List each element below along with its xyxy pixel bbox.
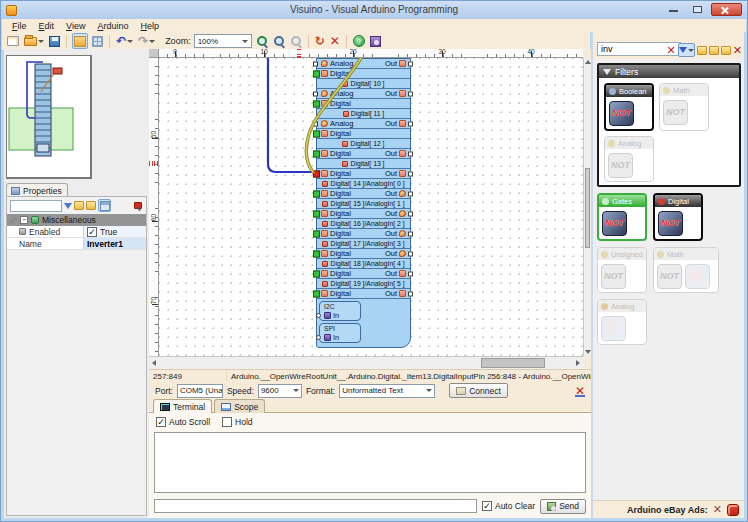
- collapse-categories-icon[interactable]: [721, 46, 731, 55]
- vertical-scrollbar[interactable]: [583, 58, 591, 356]
- property-group-row[interactable]: − Miscellaneous: [7, 214, 146, 226]
- undo-dropdown-icon[interactable]: [127, 40, 133, 43]
- category-card-gates[interactable]: GatesNOT: [597, 193, 647, 241]
- menu-file[interactable]: File: [6, 21, 33, 31]
- green-pin[interactable]: [313, 150, 320, 157]
- property-row-name[interactable]: Name Inverter1: [7, 238, 146, 250]
- categorized-view-icon[interactable]: [98, 199, 111, 212]
- enabled-value-cell[interactable]: True: [83, 226, 146, 237]
- toggle-toolbox-button[interactable]: [72, 33, 88, 49]
- property-row-enabled[interactable]: Enabled True: [7, 226, 146, 238]
- overview-navigator[interactable]: [6, 55, 92, 179]
- component-icon[interactable]: [601, 316, 626, 341]
- not-component-icon[interactable]: NOT: [657, 264, 682, 289]
- category-card-math[interactable]: MathNOT: [659, 83, 709, 131]
- title-bar[interactable]: Visuino - Visual Arduino Programming: [1, 1, 747, 19]
- out-pin[interactable]: [408, 251, 413, 256]
- properties-search-input[interactable]: [10, 200, 62, 212]
- menu-arduino[interactable]: Arduino: [91, 21, 134, 31]
- close-ads-icon[interactable]: ✕: [713, 504, 722, 515]
- name-value-cell[interactable]: Inverter1: [83, 238, 146, 249]
- filter-properties-icon[interactable]: [64, 203, 72, 209]
- customize-palette-icon[interactable]: ✕: [733, 45, 742, 56]
- not-component-icon[interactable]: NOT: [609, 101, 634, 126]
- save-image-button[interactable]: [369, 33, 382, 49]
- hold-box[interactable]: [222, 417, 232, 427]
- category-card-analog[interactable]: AnalogNOT: [604, 136, 654, 182]
- terminal-output[interactable]: [154, 432, 586, 493]
- arduino-board[interactable]: AnalogOutDigitalDigital[ 10 ]AnalogOutDi…: [316, 58, 411, 348]
- auto-scroll-box[interactable]: [156, 417, 166, 427]
- out-pin[interactable]: [408, 271, 413, 276]
- send-button[interactable]: Send: [540, 499, 586, 514]
- not-component-icon[interactable]: NOT: [602, 211, 627, 236]
- menu-edit[interactable]: Edit: [33, 21, 61, 31]
- not-component-icon[interactable]: NOT: [663, 100, 688, 125]
- filter-menu-icon[interactable]: [678, 43, 695, 57]
- delete-button[interactable]: ✕: [329, 33, 341, 49]
- open-project-button[interactable]: [23, 33, 45, 49]
- white-pin[interactable]: [313, 121, 318, 126]
- pin-icon[interactable]: [133, 201, 143, 211]
- zoom-in-button[interactable]: [255, 33, 269, 49]
- redo-dropdown-icon[interactable]: [149, 40, 155, 43]
- bus-block-spi[interactable]: SPIIn: [319, 323, 361, 343]
- green-pin[interactable]: [313, 190, 320, 197]
- format-select[interactable]: Unformatted Text: [339, 384, 435, 398]
- bus-block-i2c[interactable]: I2CIn: [319, 301, 361, 321]
- blue-wire[interactable]: [268, 58, 312, 172]
- auto-clear-checkbox[interactable]: Auto Clear: [482, 501, 535, 511]
- category-card-analog[interactable]: Analog: [597, 299, 647, 345]
- red-pin[interactable]: [313, 170, 320, 177]
- auto-scroll-checkbox[interactable]: Auto Scroll: [156, 417, 210, 427]
- bus-pin[interactable]: [316, 313, 321, 318]
- ebay-icon[interactable]: [727, 504, 739, 516]
- out-pin[interactable]: [408, 91, 413, 96]
- enabled-checkbox[interactable]: [87, 227, 97, 237]
- close-button[interactable]: [711, 3, 742, 16]
- zoom-out-button[interactable]: [289, 33, 303, 49]
- not-component-icon[interactable]: NOT: [658, 211, 683, 236]
- green-pin[interactable]: [313, 210, 320, 217]
- build-button[interactable]: ↻: [314, 33, 326, 49]
- save-project-button[interactable]: [48, 33, 61, 49]
- out-pin[interactable]: [408, 291, 413, 296]
- expand-categories-icon[interactable]: [709, 46, 719, 55]
- tab-scope[interactable]: Scope: [214, 399, 265, 413]
- disconnect-icon[interactable]: ✕: [575, 385, 585, 397]
- horizontal-scrollbar[interactable]: [149, 356, 583, 369]
- minimize-button[interactable]: [663, 3, 684, 16]
- scroll-right-icon[interactable]: [576, 360, 580, 366]
- white-pin[interactable]: [313, 61, 318, 66]
- new-project-button[interactable]: [6, 33, 20, 49]
- out-pin[interactable]: [408, 211, 413, 216]
- category-card-digital[interactable]: DigitalNOT: [653, 193, 703, 241]
- not-component-icon[interactable]: NOT: [601, 264, 626, 289]
- filters-header[interactable]: Filters: [599, 65, 739, 78]
- out-pin[interactable]: [408, 171, 413, 176]
- menu-help[interactable]: Help: [134, 21, 165, 31]
- out-pin[interactable]: [408, 151, 413, 156]
- out-pin[interactable]: [408, 61, 413, 66]
- category-card-unsigned[interactable]: UnsignedNOT: [597, 247, 647, 293]
- redo-button[interactable]: ↷: [137, 33, 156, 49]
- vertical-scroll-thumb[interactable]: [585, 168, 590, 248]
- open-dropdown-icon[interactable]: [38, 40, 44, 43]
- zoom-reset-button[interactable]: [272, 33, 286, 49]
- green-pin[interactable]: [313, 270, 320, 277]
- design-canvas[interactable]: AnalogOutDigitalDigital[ 10 ]AnalogOutDi…: [159, 58, 583, 356]
- undo-button[interactable]: ↶: [115, 33, 134, 49]
- help-button[interactable]: ?: [352, 33, 366, 49]
- horizontal-scroll-thumb[interactable]: [481, 358, 545, 368]
- green-pin[interactable]: [313, 230, 320, 237]
- scroll-left-icon[interactable]: [152, 360, 156, 366]
- tab-terminal[interactable]: Terminal: [153, 399, 212, 413]
- hold-checkbox[interactable]: Hold: [222, 417, 252, 427]
- out-pin[interactable]: [408, 121, 413, 126]
- collapse-group-icon[interactable]: −: [20, 216, 28, 224]
- auto-clear-box[interactable]: [482, 501, 492, 511]
- white-pin[interactable]: [313, 91, 318, 96]
- category-card-math[interactable]: MathNOT: [653, 247, 719, 293]
- component-icon[interactable]: [685, 264, 710, 289]
- menu-view[interactable]: View: [60, 21, 91, 31]
